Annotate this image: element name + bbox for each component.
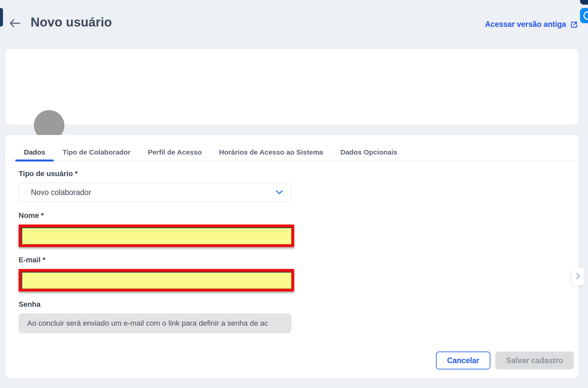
back-button[interactable] <box>8 17 21 30</box>
email-highlight-box <box>19 269 294 291</box>
user-form-card: Dados Tipo de Colaborador Perfil de Aces… <box>5 135 578 378</box>
tab-dados[interactable]: Dados <box>15 144 54 161</box>
sidebar-edge[interactable] <box>0 8 3 27</box>
tab-label: Perfil de Acesso <box>148 148 202 156</box>
tipo-usuario-select[interactable]: Novo colaborador <box>19 183 292 202</box>
tab-horarios-de-acesso[interactable]: Horários de Acesso ao Sistema <box>210 144 332 161</box>
cancel-button[interactable]: Cancelar <box>436 352 490 369</box>
tab-tipo-de-colaborador[interactable]: Tipo de Colaborador <box>54 144 139 161</box>
form-tabbar: Dados Tipo de Colaborador Perfil de Aces… <box>5 144 578 161</box>
legacy-version-label: Acessar versão antiga <box>485 20 566 29</box>
email-input[interactable] <box>21 272 292 289</box>
senha-label: Senha <box>19 300 297 309</box>
email-label: E-mail * <box>19 256 297 264</box>
chatgpt-widget-button[interactable] <box>580 8 588 23</box>
tab-label: Tipo de Colaborador <box>62 148 130 156</box>
tab-dados-opcionais[interactable]: Dados Opcionais <box>332 144 406 161</box>
nome-highlight-box <box>19 225 294 247</box>
new-user-page: Novo usuário Acessar versão antiga <box>0 0 588 388</box>
tipo-usuario-value: Novo colaborador <box>31 188 275 197</box>
external-link-icon <box>570 21 578 29</box>
nome-label: Nome * <box>19 211 297 220</box>
tab-label: Dados <box>24 148 45 156</box>
senha-input <box>19 313 292 333</box>
dados-tab-panel: Tipo de usuário * Novo colaborador Nome … <box>19 169 297 333</box>
legacy-version-link[interactable]: Acessar versão antiga <box>485 20 578 29</box>
tab-perfil-de-acesso[interactable]: Perfil de Acesso <box>139 144 210 161</box>
extension-widget-button[interactable] <box>580 0 588 5</box>
side-panel-toggle[interactable] <box>572 267 584 285</box>
chevron-right-icon <box>576 273 580 280</box>
arrow-left-icon <box>9 19 21 28</box>
tab-label: Dados Opcionais <box>340 148 397 156</box>
page-title: Novo usuário <box>31 15 112 30</box>
tab-label: Horários de Acesso ao Sistema <box>219 148 323 156</box>
save-button[interactable]: Salvar cadastro <box>495 352 574 369</box>
chatgpt-logo-icon <box>583 11 588 21</box>
avatar-card <box>5 49 578 125</box>
chevron-down-icon <box>275 190 283 195</box>
nome-input[interactable] <box>21 227 292 244</box>
tipo-usuario-label: Tipo de usuário * <box>19 169 297 178</box>
